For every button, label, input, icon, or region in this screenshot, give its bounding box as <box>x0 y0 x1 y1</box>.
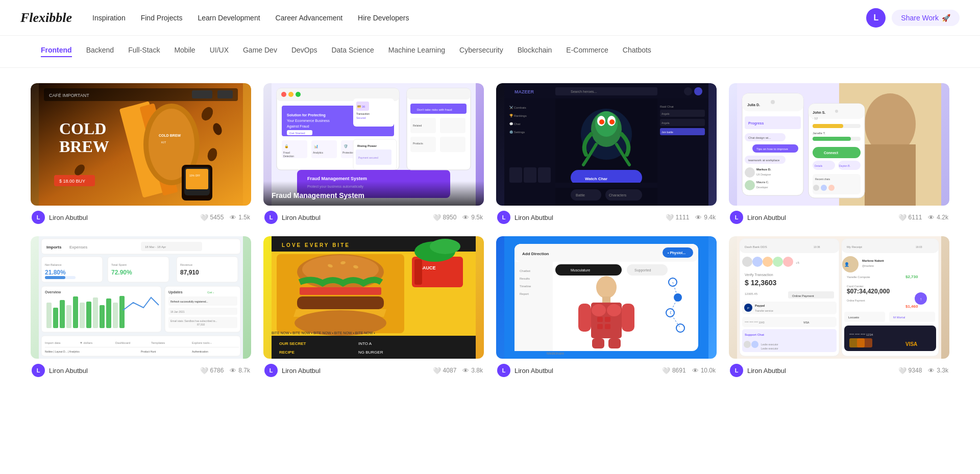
card-overlay-2: Fraud Management System <box>263 181 484 206</box>
author-avatar-1: L <box>32 211 45 224</box>
project-card-5[interactable]: Imports Expenses 18 Mar - 18 Apr Net Bal… <box>31 236 251 377</box>
author-name-2: Liron Abutbul <box>282 214 321 221</box>
svg-text:Related: Related <box>413 124 422 127</box>
card-stats-5: 🤍 6786 👁 8.7k <box>200 367 250 375</box>
svg-text:Progress: Progress <box>748 121 764 126</box>
heart-icon-2: 🤍 <box>433 214 441 221</box>
author-name-4: Liron Abutbul <box>747 214 786 221</box>
svg-text:John S.: John S. <box>813 111 825 114</box>
author-avatar-7: L <box>497 364 510 377</box>
svg-point-241 <box>607 304 621 316</box>
card-meta-2: L Liron Abutbul 🤍 8950 👁 9.5k <box>263 211 484 224</box>
card-meta-5: L Liron Abutbul 🤍 6786 👁 8.7k <box>31 364 251 377</box>
svg-rect-174 <box>93 297 98 328</box>
svg-point-264 <box>752 257 763 267</box>
heart-icon-3: 🤍 <box>666 214 674 221</box>
nav-career-advancement[interactable]: Career Advancement <box>276 14 343 22</box>
svg-rect-65 <box>440 137 465 152</box>
svg-point-80 <box>599 119 604 124</box>
eye-icon-4: 👁 <box>928 214 935 221</box>
svg-text:↑: ↑ <box>920 297 922 302</box>
svg-text:Paypal: Paypal <box>755 304 765 307</box>
svg-text:⚔️ Combats: ⚔️ Combats <box>509 106 526 110</box>
project-card-4[interactable]: Julia D. Progress Chat design wi... Tips… <box>729 83 949 224</box>
logo[interactable]: Flexibble <box>20 10 72 26</box>
svg-text:18 Mar - 18 Apr: 18 Mar - 18 Apr <box>145 245 166 248</box>
svg-point-240 <box>592 304 606 316</box>
svg-point-29 <box>296 92 301 97</box>
svg-text:Against Fraud: Against Fraud <box>287 124 309 129</box>
cat-datascience[interactable]: Data Science <box>331 46 374 57</box>
svg-point-111 <box>771 100 775 104</box>
author-name-6: Liron Abutbul <box>282 367 321 375</box>
card-stats-4: 🤍 6111 👁 4.2k <box>898 214 948 221</box>
svg-text:16 Jan 2021: 16 Jan 2021 <box>170 310 185 313</box>
cat-frontend[interactable]: Frontend <box>41 46 72 57</box>
svg-text:KIT: KIT <box>161 141 166 144</box>
project-card-7[interactable]: Add Direction • Physiol... Chatbot Resul… <box>496 236 717 377</box>
card-meta-3: L Liron Abutbul 🤍 1111 👁 9.4k <box>496 211 717 224</box>
author-avatar-8: L <box>730 364 743 377</box>
project-card-8[interactable]: Dash Bank DDS 10:36 +5 Verify Transactio… <box>729 236 949 377</box>
projects-grid: CAFÉ IMPORTANT COLD BREW COLD BREW KIT $… <box>0 68 980 392</box>
card-image-4: Julia D. Progress Chat design wi... Tips… <box>729 83 949 206</box>
svg-text:Janelle T.: Janelle T. <box>813 132 826 135</box>
cat-blockchain[interactable]: Blockchain <box>518 46 552 57</box>
cat-devops[interactable]: DevOps <box>291 46 317 57</box>
project-card-3[interactable]: MAZEER Search heroes... <box>496 83 717 224</box>
svg-point-215 <box>430 239 460 254</box>
header-right: L Share Work 🚀 <box>866 8 960 28</box>
likes-4: 🤍 6111 <box>898 214 922 221</box>
nav-hire-developers[interactable]: Hire Developers <box>358 14 409 22</box>
author-avatar-4: L <box>730 211 743 224</box>
nav-find-projects[interactable]: Find Projects <box>141 14 183 22</box>
svg-rect-178 <box>119 296 125 328</box>
card-stats-1: 🤍 5455 👁 1.5k <box>200 214 250 221</box>
cat-chatbots[interactable]: Chatbots <box>623 46 651 57</box>
svg-text:Payment secured: Payment secured <box>358 156 378 159</box>
project-card-2[interactable]: Solution for Protecting Your Ecommerce B… <box>263 83 484 224</box>
svg-text:Supported: Supported <box>634 268 651 272</box>
svg-text:P: P <box>747 307 749 310</box>
svg-text:M Mortal: M Mortal <box>893 316 905 319</box>
card-image-1: CAFÉ IMPORTANT COLD BREW COLD BREW KIT $… <box>31 83 251 206</box>
svg-text:Products: Products <box>413 142 423 145</box>
cat-cybersecurity[interactable]: Cybersecurity <box>459 46 503 57</box>
svg-rect-243 <box>605 317 610 322</box>
svg-rect-209 <box>297 296 384 309</box>
share-work-button[interactable]: Share Work 🚀 <box>892 10 960 26</box>
svg-rect-176 <box>106 298 111 328</box>
card-meta-4: L Liron Abutbul 🤍 6111 👁 4.2k <box>729 211 949 224</box>
svg-point-265 <box>763 257 773 267</box>
cat-uiux[interactable]: UI/UX <box>210 46 229 57</box>
svg-text:COLD: COLD <box>59 119 106 138</box>
svg-text:Chat design wi...: Chat design wi... <box>748 136 771 139</box>
likes-2: 🤍 8950 <box>433 214 457 221</box>
cat-ecommerce[interactable]: E-Commerce <box>566 46 608 57</box>
nav-learn-development[interactable]: Learn Development <box>198 14 260 22</box>
author-name-1: Liron Abutbul <box>49 214 88 221</box>
views-5: 👁 8.7k <box>230 367 250 375</box>
svg-rect-244 <box>597 324 603 329</box>
eye-icon-1: 👁 <box>230 214 236 221</box>
cat-machinelearning[interactable]: Machine Learning <box>388 46 445 57</box>
cat-fullstack[interactable]: Full-Stack <box>128 46 160 57</box>
card-meta-8: L Liron Abutbul 🤍 9348 👁 3.3k <box>729 364 949 377</box>
user-avatar[interactable]: L <box>866 8 886 28</box>
svg-rect-228 <box>514 262 553 351</box>
card-image-8: Dash Bank DDS 10:36 +5 Verify Transactio… <box>729 236 949 359</box>
svg-rect-136 <box>813 137 851 141</box>
svg-text:Recent chats: Recent chats <box>815 178 830 181</box>
svg-text:Detection: Detection <box>283 155 294 158</box>
author-name-7: Liron Abutbul <box>514 367 553 375</box>
views-3: 👁 9.4k <box>695 214 716 221</box>
cat-mobile[interactable]: Mobile <box>174 46 195 57</box>
svg-rect-177 <box>113 303 118 328</box>
project-card-6[interactable]: LOVE EVERY BITE <box>263 236 484 377</box>
cat-backend[interactable]: Backend <box>86 46 114 57</box>
author-name-5: Liron Abutbul <box>49 367 88 375</box>
nav-inspiration[interactable]: Inspiration <box>92 14 126 22</box>
svg-rect-245 <box>605 324 610 329</box>
cat-gamedev[interactable]: Game Dev <box>243 46 277 57</box>
project-card-1[interactable]: CAFÉ IMPORTANT COLD BREW COLD BREW KIT $… <box>31 83 251 224</box>
